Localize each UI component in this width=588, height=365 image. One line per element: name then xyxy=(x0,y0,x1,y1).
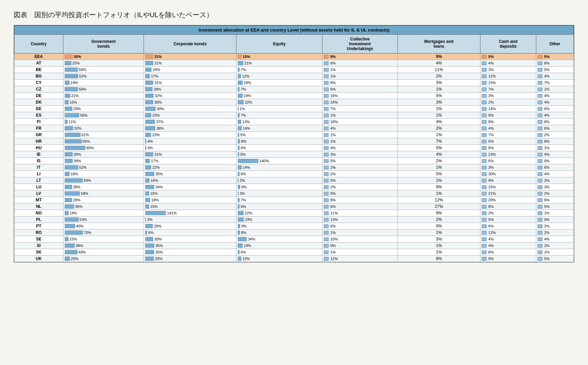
small-bar-cell: 5% xyxy=(536,256,574,262)
bar-cell: 17% xyxy=(144,73,236,80)
bar-cell: 36% xyxy=(63,203,144,210)
bar-cell: 20% xyxy=(63,256,144,262)
mortgages-cell: 1% xyxy=(397,243,480,249)
bar-cell: 13% xyxy=(236,119,322,125)
mortgages-cell: 2% xyxy=(397,73,480,80)
bar-cell: 8% xyxy=(236,229,322,236)
small-bar-cell: 6% xyxy=(322,223,398,229)
country-cell: IE xyxy=(14,151,63,158)
small-bar-cell: 12% xyxy=(480,73,536,80)
small-bar-cell: 1% xyxy=(536,210,574,216)
country-cell: IT xyxy=(14,164,63,171)
bar-cell: 38% xyxy=(63,243,144,249)
bar-cell: 15% xyxy=(144,190,236,197)
bar-cell: 7% xyxy=(236,67,322,73)
bar-cell: 3% xyxy=(144,216,236,223)
small-bar-cell: 8% xyxy=(480,119,536,125)
col-country: Country xyxy=(14,35,63,54)
bar-cell: 37% xyxy=(144,119,236,125)
small-bar-cell: 0% xyxy=(322,177,398,184)
mortgages-cell: 2% xyxy=(397,125,480,132)
table-row: CY19%31%19%6%3%15%7% xyxy=(14,80,574,86)
bar-cell: 35% xyxy=(144,171,236,177)
small-bar-cell: 9% xyxy=(480,177,536,184)
bar-cell: 9% xyxy=(236,184,322,190)
bar-cell: 11% xyxy=(63,119,144,125)
small-bar-cell: 6% xyxy=(322,86,398,93)
small-bar-cell: 4% xyxy=(322,125,398,132)
small-bar-cell: 3% xyxy=(480,164,536,171)
country-cell: IS xyxy=(14,158,63,164)
table-row: MT28%18%7%8%12%20%6% xyxy=(14,197,574,203)
bar-cell: 33% xyxy=(144,256,236,262)
bar-cell: 24% xyxy=(144,67,236,73)
mortgages-cell: 1% xyxy=(397,177,480,184)
mortgages-cell: 9% xyxy=(397,184,480,190)
bar-cell: 30% xyxy=(144,99,236,106)
table-row: GR61%23%5%1%1%7%2% xyxy=(14,132,574,138)
small-bar-cell: 2% xyxy=(480,99,536,106)
small-bar-cell: 24% xyxy=(322,99,398,106)
country-cell: EE xyxy=(14,106,63,112)
small-bar-cell: 7% xyxy=(480,132,536,138)
mortgages-cell: 1% xyxy=(397,86,480,93)
country-cell: PT xyxy=(14,223,63,229)
bar-cell: 29% xyxy=(63,106,144,112)
bar-cell: 22% xyxy=(236,210,322,216)
small-bar-cell: 6% xyxy=(536,197,574,203)
bar-cell: 30% xyxy=(63,158,144,164)
small-bar-cell: 6% xyxy=(480,223,536,229)
small-bar-cell: 2% xyxy=(322,184,398,190)
bar-cell: 61% xyxy=(63,132,144,138)
country-cell: BG xyxy=(14,73,63,80)
bar-cell: 69% xyxy=(63,177,144,184)
small-bar-cell: 8% xyxy=(536,138,574,145)
small-bar-cell: 0% xyxy=(322,190,398,197)
table-row: IT52%22%14%2%1%3%6% xyxy=(14,164,574,171)
small-bar-cell: 0% xyxy=(536,216,574,223)
small-bar-cell: 2% xyxy=(480,210,536,216)
bar-cell: 4% xyxy=(144,138,236,145)
small-bar-cell: 11% xyxy=(322,210,398,216)
bar-cell: 29% xyxy=(144,223,236,229)
bar-cell: 141% xyxy=(144,210,236,216)
table-row: IS30%17%140%5%2%6%0% xyxy=(14,158,574,164)
small-bar-cell: 2% xyxy=(536,223,574,229)
bar-cell: 58% xyxy=(63,190,144,197)
small-bar-cell: 1% xyxy=(322,73,398,80)
country-cell: BE xyxy=(14,67,63,73)
bar-cell: 22% xyxy=(144,164,236,171)
small-bar-cell: 4% xyxy=(536,236,574,243)
small-bar-cell: 3% xyxy=(480,93,536,99)
small-bar-cell: 4% xyxy=(536,151,574,158)
table-row: RO70%6%8%1%1%12%2% xyxy=(14,229,574,236)
mortgages-cell: 9% xyxy=(397,210,480,216)
country-cell: NO xyxy=(14,210,63,216)
mortgages-cell: 5% xyxy=(397,171,480,177)
small-bar-cell: 2% xyxy=(536,243,574,249)
country-cell: LT xyxy=(14,177,63,184)
mortgages-cell: 3% xyxy=(397,99,480,106)
bar-cell: 32% xyxy=(144,93,236,99)
small-bar-cell: 8% xyxy=(536,60,574,67)
small-bar-cell: 4% xyxy=(536,112,574,119)
small-bar-cell: 20% xyxy=(480,197,536,203)
small-bar-cell: 2% xyxy=(536,190,574,197)
country-cell: GR xyxy=(14,132,63,138)
small-bar-cell: 4% xyxy=(480,60,536,67)
small-bar-cell: 1% xyxy=(322,138,398,145)
table-row: LI18%35%6%2%5%30%4% xyxy=(14,171,574,177)
small-bar-cell: 15% xyxy=(480,184,536,190)
table-row: LV58%15%3%0%1%21%2% xyxy=(14,190,574,197)
table-row: IE30%31%5%3%4%23%4% xyxy=(14,151,574,158)
bar-cell: 140% xyxy=(236,158,322,164)
small-bar-cell: 6% xyxy=(480,138,536,145)
small-bar-cell: 4% xyxy=(536,171,574,177)
small-bar-cell: 7% xyxy=(322,106,398,112)
small-bar-cell: 7% xyxy=(480,86,536,93)
table-row: DK15%30%22%24%3%2%4% xyxy=(14,99,574,106)
bar-cell: 14% xyxy=(236,164,322,171)
bar-cell: 19% xyxy=(236,243,322,249)
bar-cell: 30% xyxy=(63,151,144,158)
bar-cell: 3% xyxy=(236,190,322,197)
